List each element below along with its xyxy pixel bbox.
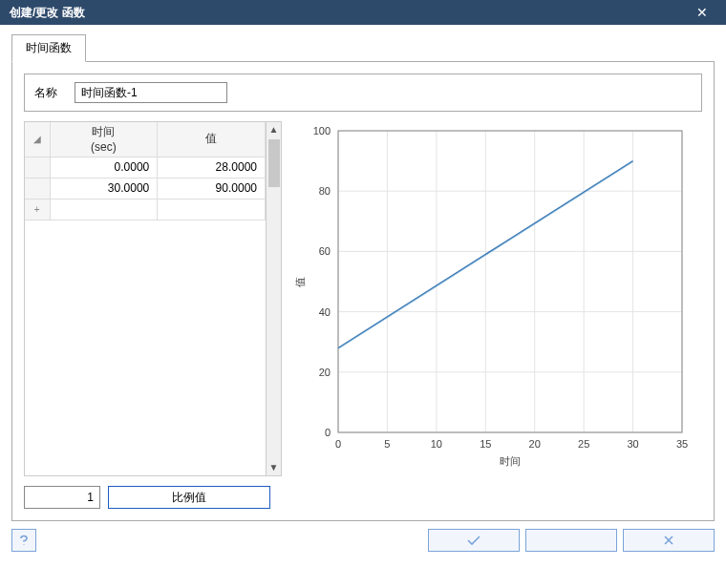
close-icon[interactable]: ✕ — [688, 0, 716, 25]
svg-text:35: 35 — [676, 438, 688, 450]
cell-time[interactable]: 0.0000 — [50, 157, 158, 178]
chart-area: 05101520253035020406080100时间值 — [289, 121, 702, 476]
scale-row: 比例值 — [24, 486, 702, 509]
svg-text:10: 10 — [431, 438, 442, 450]
tab-panel: 名称 ◢ 时间 (sec) 值 — [11, 61, 715, 521]
ok-button[interactable] — [428, 529, 520, 552]
svg-text:60: 60 — [319, 245, 331, 257]
svg-text:30: 30 — [627, 438, 638, 450]
table-pane: ◢ 时间 (sec) 值 0.000028.000030.000090.0000… — [24, 121, 282, 476]
scale-input[interactable] — [24, 486, 100, 509]
table-row[interactable]: 0.000028.0000 — [25, 157, 266, 178]
name-label: 名称 — [34, 85, 65, 101]
tab-bar: 时间函数 名称 ◢ 时间 (sec) 值 — [11, 34, 715, 521]
svg-text:5: 5 — [384, 438, 390, 450]
name-row: 名称 — [24, 74, 702, 112]
svg-text:40: 40 — [319, 306, 331, 318]
title-bar: 创建/更改 函数 ✕ — [0, 0, 726, 25]
chart-svg: 05101520253035020406080100时间值 — [289, 121, 702, 476]
col-value: 值 — [158, 122, 266, 157]
table-row[interactable]: 30.000090.0000 — [25, 178, 266, 199]
chart-xlabel: 时间 — [500, 455, 521, 467]
corner-cell: ◢ — [25, 122, 50, 157]
add-row-icon[interactable]: + — [25, 199, 50, 220]
chart-ylabel: 值 — [294, 277, 306, 287]
svg-rect-28 — [338, 131, 682, 432]
cell-value[interactable]: 28.0000 — [158, 157, 266, 178]
cell-value[interactable]: 90.0000 — [158, 178, 266, 199]
svg-text:15: 15 — [480, 438, 491, 450]
col-time: 时间 (sec) — [50, 122, 158, 157]
window-title: 创建/更改 函数 — [10, 0, 85, 25]
scroll-up-icon[interactable]: ▲ — [268, 122, 280, 137]
apply-button[interactable] — [525, 529, 617, 552]
svg-text:80: 80 — [319, 185, 331, 197]
svg-text:0: 0 — [335, 438, 341, 450]
name-input[interactable] — [75, 82, 227, 103]
row-header — [25, 157, 50, 178]
table-vscrollbar[interactable]: ▲ ▼ — [267, 121, 282, 476]
svg-text:20: 20 — [319, 367, 331, 378]
svg-text:20: 20 — [529, 438, 541, 450]
cell-time[interactable]: 30.0000 — [50, 178, 158, 199]
svg-text:0: 0 — [325, 427, 331, 438]
row-header — [25, 178, 50, 199]
data-table[interactable]: ◢ 时间 (sec) 值 0.000028.000030.000090.0000… — [25, 122, 266, 220]
footer — [0, 521, 726, 561]
tab-time-function[interactable]: 时间函数 — [11, 34, 86, 62]
scale-button[interactable]: 比例值 — [108, 486, 270, 509]
help-button[interactable] — [11, 529, 36, 552]
svg-text:100: 100 — [313, 125, 331, 136]
scroll-thumb[interactable] — [268, 139, 280, 187]
check-icon — [465, 535, 482, 546]
scroll-down-icon[interactable]: ▼ — [267, 460, 281, 475]
cancel-button[interactable] — [623, 529, 715, 552]
content-area: 时间函数 名称 ◢ 时间 (sec) 值 — [0, 25, 726, 521]
add-row[interactable]: + — [25, 199, 266, 220]
x-icon — [662, 535, 675, 546]
svg-text:25: 25 — [578, 438, 589, 450]
